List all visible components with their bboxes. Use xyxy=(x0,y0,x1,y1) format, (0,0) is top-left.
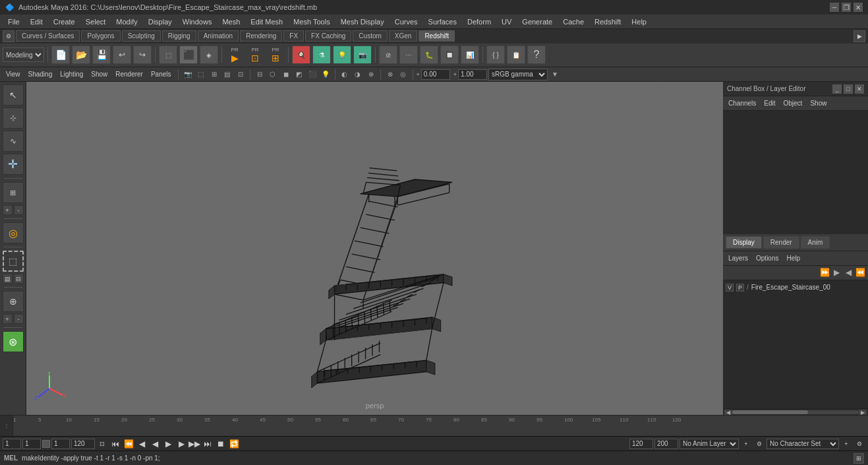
tb-colorspace-expand[interactable]: ▼ xyxy=(549,69,561,80)
tb-light-btn[interactable]: 💡 xyxy=(320,69,332,80)
tb-ao-btn[interactable]: ◑ xyxy=(352,69,364,80)
layer-menu-help[interactable]: Help xyxy=(784,254,803,263)
pb-goto-end[interactable]: ⏭ xyxy=(202,438,214,450)
lt-small-4[interactable]: ⊟ xyxy=(14,274,24,284)
menu-display[interactable]: Display xyxy=(143,16,177,27)
menu-redshift[interactable]: Redshift xyxy=(589,16,626,27)
shelf-open-icon[interactable]: 📂 xyxy=(72,46,90,64)
menu-help[interactable]: Help xyxy=(626,16,652,27)
timeline-ruler[interactable]: 1 5 10 15 20 25 30 35 40 45 50 55 60 65 … xyxy=(13,416,868,436)
pb-total-max[interactable] xyxy=(654,439,678,449)
menu-file[interactable]: File xyxy=(3,16,25,27)
pb-anim-layer-opts[interactable]: ⚙ xyxy=(753,438,765,450)
tb-focal-value[interactable] xyxy=(458,69,487,80)
lt-small-6[interactable]: - xyxy=(14,314,24,324)
menu-select[interactable]: Select xyxy=(80,16,111,27)
shelf-geo-icon[interactable]: 🍳 xyxy=(292,46,310,64)
menu-mesh[interactable]: Mesh xyxy=(217,16,245,27)
pb-anim-layer-select[interactable]: No Anim Layer xyxy=(680,439,739,449)
shelf-tab-curves[interactable]: Curves / Surfaces xyxy=(16,30,80,42)
shelf-snap-icon[interactable]: ◈ xyxy=(200,46,218,64)
timeline[interactable]: ⋮ 1 5 10 15 20 25 30 35 40 45 50 55 60 6… xyxy=(0,415,868,436)
lt-small-2[interactable]: - xyxy=(14,205,24,215)
layer-nav-start[interactable]: ⏪ xyxy=(855,267,865,278)
shelf-tab-redshift[interactable]: Redshift xyxy=(419,30,455,42)
menu-edit[interactable]: Edit xyxy=(25,16,48,27)
shelf-select-icon[interactable]: ⬚ xyxy=(159,46,177,64)
close-button[interactable]: ✕ xyxy=(854,3,863,12)
menu-mesh-tools[interactable]: Mesh Tools xyxy=(288,16,335,27)
pb-range-frame[interactable] xyxy=(51,439,70,449)
layer-nav-end[interactable]: ⏩ xyxy=(819,267,830,278)
layer-menu-layers[interactable]: Layers xyxy=(726,254,751,263)
pb-prev-key[interactable]: ◀ xyxy=(136,438,148,450)
layer-nav-prev[interactable]: ◀ xyxy=(843,267,854,278)
shelf-cam-icon[interactable]: 📷 xyxy=(353,46,372,64)
layer-nav-next[interactable]: ▶ xyxy=(831,267,842,278)
shelf-tab-rigging[interactable]: Rigging xyxy=(162,30,196,42)
pb-next-frame[interactable]: ▶ xyxy=(175,438,187,450)
shelf-log-icon[interactable]: 📋 xyxy=(507,46,525,64)
pb-end-lock-btn[interactable]: ⊡ xyxy=(96,438,108,450)
tb-xray-btn[interactable]: ⊗ xyxy=(384,69,396,80)
shelf-mat-icon[interactable]: ⚗ xyxy=(312,46,331,64)
layer-play-btn[interactable]: P xyxy=(736,284,744,292)
vp-menu-renderer[interactable]: Renderer xyxy=(112,70,146,78)
vp-menu-shading[interactable]: Shading xyxy=(25,70,56,78)
h-scrollbar[interactable] xyxy=(732,410,859,414)
paint-select-btn[interactable]: ⊹ xyxy=(3,108,24,129)
layer-menu-options[interactable]: Options xyxy=(753,254,781,263)
shelf-select2-icon[interactable]: ⬛ xyxy=(179,46,198,64)
tb-camera-btn[interactable]: 📷 xyxy=(182,69,194,80)
shelf-light-icon[interactable]: 💡 xyxy=(333,46,351,64)
menu-curves[interactable]: Curves xyxy=(390,16,423,27)
tb-wire-btn[interactable]: ⊟ xyxy=(254,69,266,80)
shelf-tab-polygons[interactable]: Polygons xyxy=(81,30,120,42)
pb-prev-frame[interactable]: ◀ xyxy=(149,438,161,450)
shelf-tab-fx-caching[interactable]: FX Caching xyxy=(305,30,351,42)
shelf-pr-render[interactable]: PR ▶ xyxy=(225,47,244,63)
shelf-pr-seq[interactable]: PR ⊞ xyxy=(266,47,285,63)
tb-resolution-btn[interactable]: ⊞ xyxy=(208,69,220,80)
channel-menu-object[interactable]: Object xyxy=(781,99,805,108)
shelf-extra5-icon[interactable]: 📊 xyxy=(461,46,479,64)
marquee-btn[interactable]: ⬚ xyxy=(3,251,24,272)
shelf-tab-xgen[interactable]: XGen xyxy=(389,30,418,42)
menu-uv[interactable]: UV xyxy=(496,16,517,27)
layer-scrollbar[interactable]: ◀ ▶ xyxy=(723,408,868,415)
vp-menu-lighting[interactable]: Lighting xyxy=(57,70,86,78)
menu-mesh-display[interactable]: Mesh Display xyxy=(335,16,390,27)
move-tool-btn[interactable]: ✛ xyxy=(3,154,24,175)
viewport-container[interactable]: persp X Y Z xyxy=(26,82,723,415)
shelf-tab-custom[interactable]: Custom xyxy=(353,30,387,42)
tb-grid-btn[interactable]: ▤ xyxy=(221,69,233,80)
shelf-tab-animation[interactable]: Animation xyxy=(198,30,239,42)
vp-menu-panels[interactable]: Panels xyxy=(148,70,175,78)
snap-grid-btn[interactable]: ⊞ xyxy=(3,182,24,203)
pb-end-frame-input[interactable] xyxy=(71,439,95,449)
shelf-tab-sculpting[interactable]: Sculpting xyxy=(122,30,161,42)
lasso-btn[interactable]: ∿ xyxy=(3,131,24,152)
shelf-extra2-icon[interactable]: ⋯ xyxy=(399,46,418,64)
channel-menu-channels[interactable]: Channels xyxy=(726,99,759,108)
tb-smooth-btn[interactable]: ⬡ xyxy=(267,69,279,80)
workspace-dropdown[interactable]: Modeling xyxy=(3,47,44,62)
pb-current-frame[interactable] xyxy=(22,439,41,449)
pb-char-add[interactable]: + xyxy=(840,438,852,450)
menu-modify[interactable]: Modify xyxy=(111,16,142,27)
menu-cache[interactable]: Cache xyxy=(558,16,589,27)
scrollbar-right-btn[interactable]: ▶ xyxy=(859,410,867,415)
pb-start-frame[interactable] xyxy=(3,439,21,449)
rp-minimize-btn[interactable]: _ xyxy=(832,84,842,94)
shelf-save-icon[interactable]: 💾 xyxy=(92,46,111,64)
menu-edit-mesh[interactable]: Edit Mesh xyxy=(245,16,288,27)
lt-small-1[interactable]: + xyxy=(3,205,13,215)
shelf-tab-rendering[interactable]: Rendering xyxy=(240,30,282,42)
tb-shaded-btn[interactable]: ◩ xyxy=(293,69,305,80)
shelf-tab-fx[interactable]: FX xyxy=(283,30,304,42)
pb-loop[interactable]: 🔁 xyxy=(228,438,240,450)
pb-goto-start[interactable]: ⏮ xyxy=(109,438,121,450)
layer-tab-anim[interactable]: Anim xyxy=(801,236,830,249)
tb-flat-btn[interactable]: ◼ xyxy=(280,69,292,80)
tb-isolate-btn[interactable]: ◎ xyxy=(397,69,409,80)
